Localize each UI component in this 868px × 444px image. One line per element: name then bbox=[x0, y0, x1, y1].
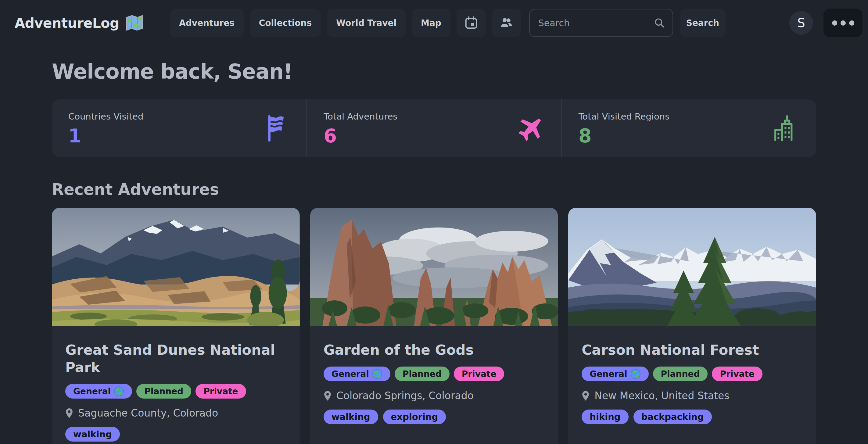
search-box bbox=[529, 9, 673, 37]
stat-total-adventures: Total Adventures 6 bbox=[307, 99, 561, 157]
stat-total-visited-regions: Total Visited Regions 8 bbox=[561, 99, 816, 157]
search-button[interactable]: Search bbox=[680, 9, 725, 37]
globe-emoji bbox=[372, 369, 382, 379]
adventure-card[interactable]: Great Sand Dunes National Park General P… bbox=[52, 208, 300, 444]
users-icon bbox=[500, 16, 514, 30]
adventure-card[interactable]: Carson National Forest General Planned P… bbox=[568, 208, 816, 444]
stat-value: 1 bbox=[68, 127, 143, 146]
stat-label: Countries Visited bbox=[68, 111, 143, 122]
status-badge: Planned bbox=[136, 384, 191, 399]
search-icon bbox=[654, 17, 665, 29]
map-emoji bbox=[125, 13, 144, 33]
calendar-button[interactable] bbox=[457, 9, 486, 37]
avatar[interactable]: S bbox=[789, 11, 813, 35]
nav-adventures-button[interactable]: Adventures bbox=[170, 9, 244, 37]
location-pin-icon bbox=[323, 390, 332, 401]
adventure-title[interactable]: Garden of the Gods bbox=[323, 341, 545, 359]
activity-tag: walking bbox=[323, 410, 378, 424]
adventure-photo[interactable] bbox=[52, 208, 300, 326]
activity-tag: exploring bbox=[383, 410, 446, 424]
overflow-menu-button[interactable] bbox=[824, 8, 863, 37]
users-button[interactable] bbox=[492, 9, 521, 37]
top-navbar: AdventureLog Adventures Collections Worl… bbox=[0, 0, 868, 46]
globe-emoji bbox=[630, 369, 641, 379]
status-badge: Planned bbox=[395, 367, 450, 381]
location-pin-icon bbox=[582, 390, 590, 401]
welcome-heading: Welcome back, Sean! bbox=[52, 60, 816, 84]
visibility-badge: Private bbox=[454, 367, 504, 381]
stat-value: 8 bbox=[579, 127, 670, 146]
recent-adventures-heading: Recent Adventures bbox=[52, 181, 816, 198]
visibility-badge: Private bbox=[712, 367, 762, 381]
search-input[interactable] bbox=[538, 18, 654, 28]
stat-label: Total Adventures bbox=[323, 111, 397, 122]
stat-label: Total Visited Regions bbox=[579, 111, 670, 122]
adventure-location: New Mexico, United States bbox=[594, 390, 729, 402]
category-badge: General bbox=[582, 367, 648, 381]
app-title: AdventureLog bbox=[14, 15, 119, 31]
calendar-icon bbox=[464, 16, 478, 30]
activity-tag: hiking bbox=[582, 410, 628, 424]
nav-world-travel-button[interactable]: World Travel bbox=[327, 9, 406, 37]
adventure-title[interactable]: Great Sand Dunes National Park bbox=[65, 341, 286, 376]
main-nav: Adventures Collections World Travel Map bbox=[170, 9, 521, 37]
visibility-badge: Private bbox=[195, 384, 246, 399]
stat-countries-visited: Countries Visited 1 bbox=[52, 99, 307, 157]
activity-tag: backpacking bbox=[633, 410, 712, 424]
adventure-photo[interactable] bbox=[568, 208, 816, 326]
city-icon bbox=[772, 114, 800, 142]
main-content: Welcome back, Sean! Countries Visited 1 … bbox=[52, 60, 816, 444]
adventure-location: Colorado Springs, Colorado bbox=[336, 390, 474, 402]
globe-emoji bbox=[114, 386, 124, 397]
ellipsis-icon bbox=[832, 21, 837, 26]
category-badge: General bbox=[323, 367, 391, 381]
location-pin-icon bbox=[65, 408, 73, 419]
adventure-card[interactable]: Garden of the Gods General Planned Priva… bbox=[310, 208, 558, 444]
activity-tag: walking bbox=[65, 427, 120, 442]
app-logo[interactable]: AdventureLog bbox=[14, 13, 144, 33]
stats-panel: Countries Visited 1 Total Adventures 6 T… bbox=[52, 99, 816, 157]
plane-icon bbox=[517, 114, 545, 142]
nav-collections-button[interactable]: Collections bbox=[250, 9, 321, 37]
adventure-card-grid: Great Sand Dunes National Park General P… bbox=[52, 208, 816, 444]
flag-icon bbox=[262, 114, 290, 142]
adventure-title[interactable]: Carson National Forest bbox=[582, 341, 803, 359]
adventure-photo[interactable] bbox=[310, 208, 558, 326]
stat-value: 6 bbox=[323, 127, 397, 146]
adventure-location: Saguache County, Colorado bbox=[78, 407, 218, 419]
category-badge: General bbox=[65, 384, 132, 399]
status-badge: Planned bbox=[653, 367, 708, 381]
nav-map-button[interactable]: Map bbox=[412, 9, 451, 37]
